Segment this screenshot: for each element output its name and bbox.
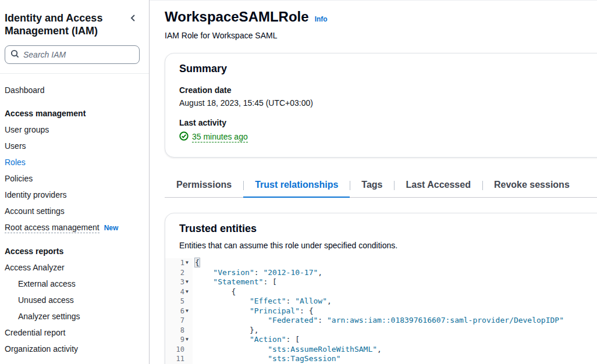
collapse-sidebar-button[interactable]: [126, 12, 140, 26]
sidebar-item-access-analyzer[interactable]: Access Analyzer: [5, 259, 140, 276]
sidebar-search[interactable]: [5, 45, 140, 64]
fold-toggle-icon[interactable]: ▼: [184, 277, 193, 287]
code-gutter: 3▼: [165, 277, 193, 287]
last-activity-label: Last activity: [179, 118, 597, 127]
code-line-text: },: [193, 326, 259, 336]
code-line-text: "sts:TagSession": [193, 354, 340, 364]
chevron-left-icon: [129, 15, 136, 24]
nav-item-label: User groups: [5, 125, 49, 134]
new-badge: New: [104, 224, 119, 232]
sidebar-item-unused-access[interactable]: Unused access: [5, 292, 140, 308]
fold-toggle-icon[interactable]: ▼: [184, 287, 193, 297]
line-number: 6: [180, 306, 184, 316]
last-activity-row: 35 minutes ago: [179, 131, 597, 143]
code-line: 8 },: [165, 326, 597, 336]
tab-revoke-sessions[interactable]: Revoke sessions: [482, 174, 581, 197]
code-gutter: 2: [165, 268, 193, 278]
sidebar-item-user-groups[interactable]: User groups: [5, 122, 140, 138]
creation-date-label: Creation date: [179, 85, 597, 95]
creation-date-value: August 18, 2023, 15:45 (UTC+03:00): [179, 98, 597, 108]
search-input[interactable]: [23, 50, 134, 59]
main-content: WorkspaceSAMLRole Info IAM Role for Work…: [150, 0, 597, 364]
code-editor[interactable]: 1▼{2 "Version": "2012-10-17",3▼ "Stateme…: [165, 258, 597, 364]
line-number: 9: [180, 335, 184, 345]
trusted-entities-header: Trusted entities Entities that can assum…: [165, 213, 597, 258]
tab-label: Revoke sessions: [494, 180, 570, 190]
sidebar-item-external-access[interactable]: External access: [5, 276, 140, 292]
code-gutter: 8: [165, 326, 193, 336]
code-line-text: "Version": "2012-10-17",: [193, 268, 322, 278]
sidebar-item-root-access-management[interactable]: Root access managementNew: [5, 219, 140, 236]
tab-label: Permissions: [176, 180, 232, 190]
nav-item-label: Dashboard: [5, 85, 45, 95]
nav-item-label: Analyzer settings: [18, 312, 80, 321]
trusted-entities-description: Entities that can assume this role under…: [179, 241, 597, 250]
last-activity-value[interactable]: 35 minutes ago: [192, 132, 248, 142]
tab-tags[interactable]: Tags: [350, 174, 394, 197]
sidebar-item-roles[interactable]: Roles: [5, 154, 140, 170]
nav-item-label: Access management: [5, 109, 86, 118]
nav-item-label: Roles: [5, 158, 26, 167]
sidebar-item-users[interactable]: Users: [5, 138, 140, 154]
line-number: 5: [180, 297, 184, 306]
fold-toggle-icon[interactable]: ▼: [184, 306, 193, 316]
code-gutter: 7: [165, 316, 193, 326]
line-number: 11: [176, 354, 184, 364]
code-line-text: {: [193, 258, 200, 268]
code-line-text: "sts:AssumeRoleWithSAML",: [193, 345, 382, 355]
page-subtitle: IAM Role for Workspace SAML: [165, 31, 597, 40]
tab-label: Tags: [361, 180, 382, 190]
code-line-text: "Principal": {: [193, 306, 314, 316]
sidebar-item-identity-providers[interactable]: Identity providers: [5, 187, 140, 203]
code-line: 9▼ "Action": [: [165, 335, 597, 345]
code-gutter: 10: [165, 345, 193, 355]
sidebar-header: Identity and Access Management (IAM): [5, 12, 140, 37]
sidebar-item-account-settings[interactable]: Account settings: [5, 203, 140, 219]
line-number: 10: [176, 345, 184, 355]
fold-toggle-icon[interactable]: ▼: [184, 258, 193, 268]
nav-item-label: External access: [18, 279, 76, 288]
sidebar-item-policies[interactable]: Policies: [5, 170, 140, 187]
nav-item-label: Access Analyzer: [5, 263, 65, 272]
sidebar-item-organization-activity[interactable]: Organization activity: [5, 341, 140, 357]
code-line-text: {: [193, 287, 236, 297]
sidebar-item-credential-report[interactable]: Credential report: [5, 324, 140, 341]
sidebar-divider: [0, 73, 149, 74]
tab-last-accessed[interactable]: Last Accessed: [394, 174, 482, 197]
nav-item-label: Policies: [5, 174, 33, 183]
nav-item-label: Account settings: [5, 206, 65, 216]
tab-label: Last Accessed: [406, 180, 470, 190]
sidebar-item-analyzer-settings[interactable]: Analyzer settings: [5, 308, 140, 324]
page-title: WorkspaceSAMLRole: [165, 9, 309, 25]
code-gutter: 9▼: [165, 335, 193, 345]
tab-trust-relationships[interactable]: Trust relationships: [243, 174, 350, 197]
trusted-entities-card: Trusted entities Entities that can assum…: [165, 213, 597, 364]
line-number: 3: [180, 277, 184, 287]
trusted-entities-heading: Trusted entities: [179, 223, 597, 235]
summary-card: Summary Creation date August 18, 2023, 1…: [165, 53, 597, 158]
sidebar-item-dashboard[interactable]: Dashboard: [5, 82, 140, 98]
tab-list: PermissionsTrust relationshipsTagsLast A…: [165, 174, 597, 198]
info-link[interactable]: Info: [315, 15, 328, 23]
code-line: 5 "Effect": "Allow",: [165, 297, 597, 306]
tab-label: Trust relationships: [255, 180, 338, 190]
code-gutter: 1▼: [165, 258, 193, 268]
nav-item-label: Root access management: [5, 223, 100, 233]
tab-permissions[interactable]: Permissions: [165, 174, 243, 197]
fold-toggle-icon[interactable]: ▼: [184, 335, 193, 345]
line-number: 8: [180, 326, 184, 336]
summary-heading: Summary: [179, 63, 597, 75]
code-line-text: "Effect": "Allow",: [193, 297, 332, 306]
code-line: 2 "Version": "2012-10-17",: [165, 268, 597, 278]
nav-item-label: Unused access: [18, 295, 74, 305]
code-line-text: "Action": [: [193, 335, 300, 345]
nav-item-label: Identity providers: [5, 190, 67, 199]
sidebar-section-access-reports: Access reports: [5, 243, 140, 259]
page-header: WorkspaceSAMLRole Info: [165, 9, 597, 25]
search-icon: [10, 49, 19, 60]
code-line: 11 "sts:TagSession": [165, 354, 597, 364]
code-gutter: 5: [165, 297, 193, 306]
line-number: 4: [180, 287, 184, 297]
sidebar: Identity and Access Management (IAM) Das…: [0, 0, 150, 364]
nav-item-label: Users: [5, 141, 26, 151]
